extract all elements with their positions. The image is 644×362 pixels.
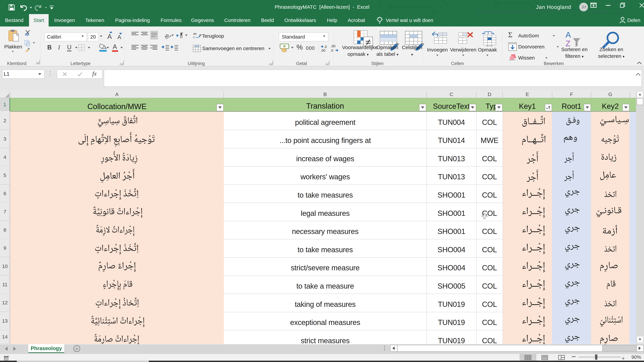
svg-text:ab: ab (164, 33, 170, 39)
svg-text:A: A (566, 30, 571, 39)
svg-text:,0: ,0 (330, 49, 333, 52)
svg-text:,0: ,0 (324, 45, 327, 49)
svg-text:,00: ,00 (331, 44, 336, 48)
svg-text:ab: ab (193, 32, 196, 35)
svg-text:c: c (193, 35, 195, 39)
svg-text:,00: ,00 (321, 49, 325, 52)
